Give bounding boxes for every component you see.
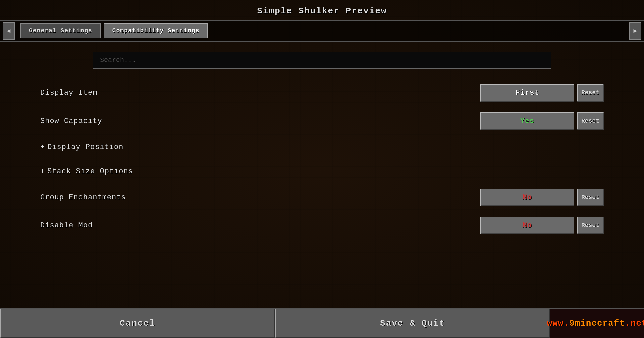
- app-title: Simple Shulker Preview: [257, 6, 387, 16]
- display-item-controls: First Reset: [480, 84, 604, 102]
- setting-row-display-item: Display Item First Reset: [20, 79, 624, 107]
- tab-compatibility[interactable]: Compatibility Settings: [104, 23, 208, 38]
- watermark: www.9minecraft.net: [550, 309, 644, 338]
- display-position-label: Display Position: [47, 143, 604, 151]
- cancel-button[interactable]: Cancel: [0, 309, 275, 338]
- disable-mod-reset-label: Reset: [581, 222, 599, 229]
- cancel-label: Cancel: [120, 318, 155, 328]
- save-quit-button[interactable]: Save & Quit: [275, 309, 550, 338]
- show-capacity-reset-label: Reset: [581, 118, 599, 124]
- display-item-value-btn[interactable]: First: [480, 84, 574, 102]
- title-bar: Simple Shulker Preview: [0, 0, 644, 20]
- main-content: Display Item First Reset Show Capacity Y…: [0, 42, 644, 308]
- footer: Cancel Save & Quit www.9minecraft.net: [0, 308, 644, 338]
- setting-row-stack-size[interactable]: + Stack Size Options: [20, 159, 624, 183]
- show-capacity-label: Show Capacity: [40, 117, 480, 125]
- tab-general-label: General Settings: [29, 27, 92, 34]
- setting-row-display-position[interactable]: + Display Position: [20, 135, 624, 159]
- disable-mod-value: No: [523, 221, 532, 230]
- setting-row-show-capacity: Show Capacity Yes Reset: [20, 107, 624, 135]
- setting-row-group-enchantments: Group Enchantments No Reset: [20, 183, 624, 211]
- search-container: [93, 52, 551, 69]
- tab-bar: ◀ General Settings Compatibility Setting…: [0, 20, 644, 42]
- settings-area: Display Item First Reset Show Capacity Y…: [20, 79, 624, 240]
- save-quit-label: Save & Quit: [380, 318, 445, 328]
- right-arrow-icon: ▶: [634, 27, 637, 35]
- stack-size-prefix: +: [40, 167, 45, 176]
- display-item-value: First: [515, 89, 539, 97]
- show-capacity-value: Yes: [520, 117, 535, 125]
- search-input[interactable]: [93, 52, 551, 69]
- disable-mod-controls: No Reset: [480, 217, 604, 234]
- watermark-text: www.9minecraft.net: [547, 318, 644, 328]
- group-enchantments-controls: No Reset: [480, 189, 604, 206]
- disable-mod-reset-btn[interactable]: Reset: [577, 217, 604, 234]
- nav-arrow-right[interactable]: ▶: [629, 22, 641, 40]
- group-enchantments-reset-label: Reset: [581, 194, 599, 201]
- group-enchantments-value: No: [523, 193, 532, 202]
- group-enchantments-label: Group Enchantments: [40, 193, 480, 202]
- setting-row-disable-mod: Disable Mod No Reset: [20, 211, 624, 240]
- display-item-reset-label: Reset: [581, 89, 599, 96]
- display-item-reset-btn[interactable]: Reset: [577, 84, 604, 102]
- display-item-label: Display Item: [40, 89, 480, 97]
- tab-compatibility-label: Compatibility Settings: [112, 27, 200, 34]
- disable-mod-value-btn[interactable]: No: [480, 217, 574, 234]
- tab-general[interactable]: General Settings: [20, 23, 101, 38]
- display-position-prefix: +: [40, 143, 45, 151]
- disable-mod-label: Disable Mod: [40, 221, 480, 230]
- show-capacity-controls: Yes Reset: [480, 112, 604, 130]
- nav-arrow-left[interactable]: ◀: [3, 22, 15, 40]
- left-arrow-icon: ◀: [7, 27, 11, 35]
- app-container: Simple Shulker Preview ◀ General Setting…: [0, 0, 644, 338]
- group-enchantments-value-btn[interactable]: No: [480, 189, 574, 206]
- show-capacity-value-btn[interactable]: Yes: [480, 112, 574, 130]
- show-capacity-reset-btn[interactable]: Reset: [577, 112, 604, 130]
- group-enchantments-reset-btn[interactable]: Reset: [577, 189, 604, 206]
- stack-size-label: Stack Size Options: [47, 167, 604, 176]
